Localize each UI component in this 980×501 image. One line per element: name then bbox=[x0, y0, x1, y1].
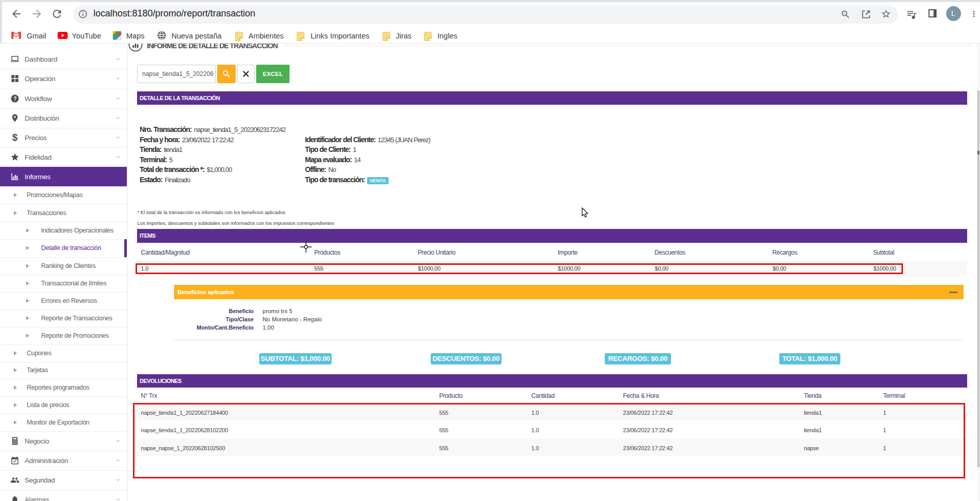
svg-text:?: ? bbox=[13, 95, 16, 101]
